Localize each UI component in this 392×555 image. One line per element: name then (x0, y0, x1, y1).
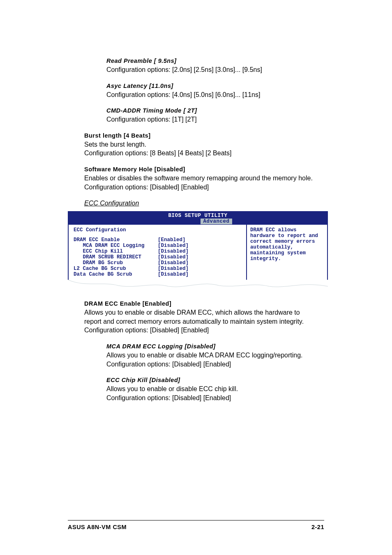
bios-setting-row: DRAM BG Scrub[Disabled] (74, 260, 241, 266)
bios-setting-value: [Disabled] (158, 243, 189, 249)
bios-setting-label: DRAM BG Scrub (74, 260, 158, 266)
bios-setting-label: MCA DRAM ECC Logging (74, 243, 158, 249)
bios-setting-row: DRAM SCRUB REDIRECT[Disabled] (74, 254, 241, 260)
burst-length-desc2: Configuration options: [8 Beats] [4 Beat… (84, 149, 318, 158)
bios-utility-title: BIOS SETUP UTILITY (168, 213, 227, 219)
bios-setting-row: DRAM ECC Enable[Enabled] (74, 237, 241, 243)
bios-setting-value: [Disabled] (158, 254, 189, 260)
bios-setting-row: ECC Chip Kill[Disabled] (74, 249, 241, 254)
mca-dram-ecc-title: MCA DRAM ECC Logging [Disabled] (106, 343, 318, 350)
ecc-chip-kill-desc1: Allows you to enable or disable ECC chip… (106, 385, 318, 394)
torn-edge-decoration (68, 280, 328, 290)
cmd-addr-title: CMD-ADDR Timing Mode [ 2T] (106, 107, 318, 114)
burst-length-desc1: Sets the burst length. (84, 140, 318, 149)
ecc-chip-kill-title: ECC Chip Kill [Disabled] (106, 377, 318, 383)
bios-setting-label: L2 Cache BG Scrub (74, 266, 158, 272)
dram-ecc-enable-desc: Allows you to enable or disable DRAM ECC… (84, 308, 318, 335)
bios-setting-label: DRAM ECC Enable (74, 237, 158, 243)
page-footer: ASUS A8N-VM CSM 2-21 (68, 520, 324, 530)
read-preamble-title: Read Preamble [ 9.5ns] (106, 58, 318, 64)
cmd-addr-desc: Configuration options: [1T] [2T] (106, 115, 318, 124)
bios-setting-row: L2 Cache BG Scrub[Disabled] (74, 266, 241, 272)
bios-screenshot: BIOS SETUP UTILITY Advanced ECC Configur… (68, 211, 328, 286)
software-memory-hole-desc: Enables or disables the software memory … (84, 174, 318, 191)
bios-setting-value: [Disabled] (158, 249, 189, 254)
mca-dram-ecc-desc: Allows you to enable or disable MCA DRAM… (106, 351, 318, 368)
bios-help-text: DRAM ECC allows hardware to report and c… (247, 225, 327, 285)
bios-setting-label: Data Cache BG Scrub (74, 272, 158, 277)
bios-setting-label: ECC Chip Kill (74, 249, 158, 254)
software-memory-hole-title: Software Memory Hole [Disabled] (84, 166, 318, 173)
bios-setting-row: MCA DRAM ECC Logging[Disabled] (74, 243, 241, 249)
footer-left: ASUS A8N-VM CSM (68, 524, 127, 530)
bios-tab-advanced: Advanced (201, 219, 232, 224)
dram-ecc-enable-title: DRAM ECC Enable [Enabled] (84, 300, 318, 307)
ecc-config-heading: ECC Configuration (84, 200, 318, 207)
read-preamble-desc: Configuration options: [2.0ns] [2.5ns] [… (106, 65, 318, 74)
bios-setting-label: DRAM SCRUB REDIRECT (74, 254, 158, 260)
bios-panel-title: ECC Configuration (74, 227, 241, 233)
burst-length-title: Burst length [4 Beats] (84, 132, 318, 139)
footer-right: 2-21 (311, 524, 324, 530)
bios-setting-value: [Disabled] (158, 272, 189, 277)
bios-setting-row: Data Cache BG Scrub[Disabled] (74, 272, 241, 277)
bios-setting-value: [Enabled] (158, 237, 186, 243)
ecc-chip-kill-desc2: Configuration options: [Disabled] [Enabl… (106, 394, 318, 403)
async-latency-title: Asyc Latency [11.0ns] (106, 83, 318, 89)
async-latency-desc: Configuration options: [4.0ns] [5.0ns] [… (106, 90, 318, 99)
bios-setting-value: [Disabled] (158, 266, 189, 272)
bios-setting-value: [Disabled] (158, 260, 189, 266)
